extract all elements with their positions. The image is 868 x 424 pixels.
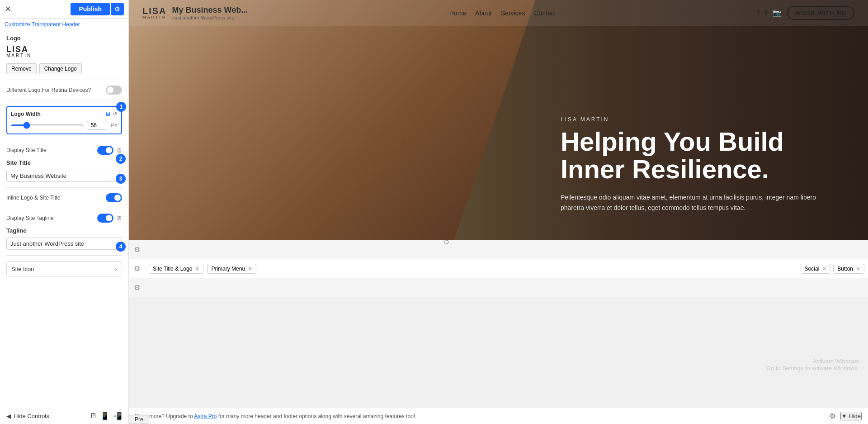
website-preview: LISA MARTIN My Business Web... Just anot… bbox=[129, 0, 868, 408]
tagline-input[interactable] bbox=[6, 238, 122, 250]
hero-title: Helping You Build Inner Resilience. bbox=[561, 128, 832, 183]
display-site-title-toggle[interactable] bbox=[97, 146, 113, 155]
nav-home[interactable]: Home bbox=[449, 10, 466, 17]
chip-site-title-logo-close[interactable]: ✕ bbox=[195, 266, 199, 272]
rotate-icon[interactable]: ↺ bbox=[113, 110, 118, 117]
hide-button[interactable]: ▼ Hide bbox=[840, 412, 862, 420]
site-title-field-row: Site Title 3 bbox=[6, 159, 122, 182]
bottom-bar: Want more? Upgrade to Astra Pro for many… bbox=[129, 408, 868, 424]
tablet-size-icon[interactable]: 📱 bbox=[100, 412, 109, 420]
chip-social-label: Social bbox=[805, 266, 820, 272]
twitter-icon[interactable]: t bbox=[765, 9, 767, 17]
publish-button[interactable]: Publish bbox=[71, 3, 110, 15]
change-logo-button[interactable]: Change Logo bbox=[39, 63, 82, 74]
chip-button-close[interactable]: ✕ bbox=[856, 266, 860, 272]
site-actions: f t 📷 WORK WITH ME bbox=[757, 6, 854, 20]
preview-area: LISA MARTIN My Business Web... Just anot… bbox=[129, 0, 868, 424]
logo-name-text: LISA bbox=[6, 45, 32, 53]
hero-desc: Pellentesque odio aliquam vitae amet, el… bbox=[561, 192, 832, 213]
inline-logo-label: Inline Logo & Site Title bbox=[6, 195, 60, 201]
desktop-icon[interactable]: 🖥 bbox=[105, 110, 111, 117]
chip-site-title-logo[interactable]: Site Title & Logo ✕ bbox=[149, 264, 203, 274]
facebook-icon[interactable]: f bbox=[757, 9, 759, 17]
close-button[interactable]: ✕ bbox=[5, 4, 11, 14]
mobile-size-icon[interactable]: 📲 bbox=[113, 412, 122, 420]
tagline-device-icon[interactable]: 🖥 bbox=[116, 215, 122, 222]
inline-logo-row: Inline Logo & Site Title bbox=[6, 193, 122, 202]
bottom-gear-icon[interactable]: ⚙ bbox=[830, 412, 836, 420]
chip-social[interactable]: Social ✕ bbox=[801, 264, 831, 274]
instagram-icon[interactable]: 📷 bbox=[773, 9, 782, 17]
logo-subname-text: MARTIN bbox=[6, 53, 32, 58]
desktop-size-icon[interactable]: 🖥 bbox=[90, 412, 97, 420]
bottom-text-after: for many more header and footer options … bbox=[217, 413, 415, 419]
site-logo-area: LISA MARTIN My Business Web... Just anot… bbox=[142, 5, 248, 20]
chip-primary-menu-label: Primary Menu bbox=[211, 266, 245, 272]
site-nav: Home About Services Contact bbox=[449, 10, 556, 17]
hide-controls-button[interactable]: ◀ Hide Controls bbox=[6, 413, 49, 419]
retina-toggle-row: Different Logo For Retina Devices? bbox=[6, 86, 122, 95]
builder-row-1: ⚙ bbox=[129, 240, 868, 259]
divider-3 bbox=[6, 140, 122, 140]
px-label: PX bbox=[111, 123, 118, 128]
builder-row-2: ⚙ Site Title & Logo ✕ Primary Menu ✕ bbox=[129, 259, 868, 278]
hero-content: LISA MARTIN Helping You Build Inner Resi… bbox=[561, 116, 832, 213]
device-icons: 🖥 📱 📲 bbox=[90, 412, 122, 420]
settings-icon-button[interactable]: ⚙ bbox=[111, 3, 124, 15]
panel-bottom: ◀ Hide Controls 🖥 📱 📲 bbox=[0, 408, 128, 424]
site-header: LISA MARTIN My Business Web... Just anot… bbox=[129, 0, 868, 26]
bottom-right: ⚙ ▼ Hide bbox=[830, 412, 862, 420]
hero-section: LISA MARTIN My Business Web... Just anot… bbox=[129, 0, 868, 240]
site-title-input[interactable] bbox=[6, 170, 122, 182]
display-site-title-label: Display Site Title bbox=[6, 147, 47, 153]
logo-width-section: 1 Logo Width 🖥 ↺ PX bbox=[6, 106, 122, 134]
builder-row-2-right: Social ✕ Button ✕ bbox=[801, 264, 868, 274]
chip-button[interactable]: Button ✕ bbox=[833, 264, 864, 274]
inline-logo-slider bbox=[106, 193, 122, 202]
left-panel: ✕ Publish ⚙ Customize Transparent Header… bbox=[0, 0, 129, 424]
hide-controls-icon: ◀ bbox=[6, 413, 11, 419]
chip-primary-menu-close[interactable]: ✕ bbox=[248, 266, 252, 272]
pre-tab[interactable]: Pre bbox=[129, 415, 149, 424]
display-tagline-toggle[interactable] bbox=[97, 214, 113, 223]
builder-row-1-gear[interactable]: ⚙ bbox=[129, 245, 145, 254]
display-title-device-icon[interactable]: 🖥 bbox=[116, 147, 122, 154]
tagline-label: Tagline bbox=[6, 227, 122, 234]
breadcrumb-link[interactable]: Customize Transparent Header bbox=[0, 19, 128, 30]
logo-width-slider[interactable] bbox=[11, 124, 83, 126]
logo-width-icons: 🖥 ↺ bbox=[105, 110, 118, 117]
builder-row-3: ⚙ bbox=[129, 278, 868, 297]
site-title-preview: My Business Web... bbox=[172, 5, 248, 15]
nav-services[interactable]: Services bbox=[501, 10, 525, 17]
retina-toggle[interactable] bbox=[106, 86, 122, 95]
nav-contact[interactable]: Contact bbox=[534, 10, 556, 17]
site-title-tagline: My Business Web... Just another WordPres… bbox=[172, 5, 248, 20]
builder-row-2-gear[interactable]: ⚙ bbox=[129, 264, 145, 273]
astra-pro-link[interactable]: Astra Pro bbox=[194, 413, 217, 419]
builder-row-3-gear[interactable]: ⚙ bbox=[129, 283, 145, 292]
work-with-me-button[interactable]: WORK WITH ME bbox=[787, 6, 854, 20]
chip-social-close[interactable]: ✕ bbox=[822, 266, 826, 272]
tagline-field-row: Tagline 4 bbox=[6, 227, 122, 250]
inline-logo-toggle[interactable] bbox=[106, 193, 122, 202]
chip-button-label: Button bbox=[837, 266, 853, 272]
remove-logo-button[interactable]: Remove bbox=[6, 63, 37, 74]
display-tagline-label: Display Site Tagline bbox=[6, 215, 54, 221]
logo-preview: LISA MARTIN bbox=[6, 45, 122, 58]
divider-4 bbox=[6, 187, 122, 188]
logo-width-input[interactable] bbox=[87, 121, 107, 130]
chip-primary-menu[interactable]: Primary Menu ✕ bbox=[207, 264, 256, 274]
logo-text-mark: LISA MARTIN bbox=[6, 45, 32, 58]
panel-topbar: ✕ Publish ⚙ bbox=[0, 0, 128, 19]
site-icon-row[interactable]: Site Icon › bbox=[6, 261, 122, 276]
badge-4: 4 bbox=[116, 242, 126, 252]
nav-about[interactable]: About bbox=[475, 10, 492, 17]
builder-row-2-content: Site Title & Logo ✕ Primary Menu ✕ bbox=[145, 261, 801, 276]
site-logo-img: LISA MARTIN bbox=[142, 6, 167, 19]
site-title-label: Site Title bbox=[6, 159, 122, 166]
hero-title-line1: Helping You Build bbox=[561, 127, 784, 156]
display-title-slider bbox=[97, 146, 113, 155]
divider-1 bbox=[6, 80, 122, 80]
builder-section: ⚙ ⚙ Site Title & Logo ✕ Primary Menu bbox=[129, 240, 868, 297]
divider-2 bbox=[6, 100, 122, 100]
